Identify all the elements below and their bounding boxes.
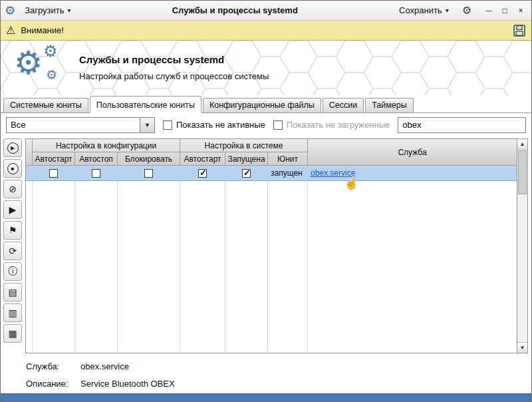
- refresh-button[interactable]: ⟳: [3, 242, 22, 260]
- window-controls: ─ □ ×: [482, 4, 527, 17]
- page-title: Службы и процессы systemd: [79, 54, 224, 65]
- block-checkbox[interactable]: [144, 169, 153, 178]
- combobox-arrow-button[interactable]: ▼: [140, 118, 154, 132]
- show-unloaded-checkbox[interactable]: Показать не загруженные: [273, 120, 390, 130]
- tab-timers[interactable]: Таймеры: [365, 98, 414, 112]
- hex-pattern-group: [1, 41, 531, 95]
- gear-icon: ⚙: [14, 47, 43, 79]
- header-running: Запущена: [225, 152, 268, 166]
- filter-combobox-value: Все: [7, 118, 140, 132]
- search-input[interactable]: [398, 117, 526, 133]
- table-row-selected[interactable]: запущен obex.service: [26, 166, 517, 181]
- info-button[interactable]: ⓘ: [3, 262, 22, 281]
- header-group-system: Настройка в системе: [180, 139, 308, 152]
- gear-icon: ⚙: [43, 43, 58, 59]
- autostop-cell: [75, 166, 118, 180]
- service-value: obex.service: [80, 361, 526, 371]
- play-circle-icon: ▶: [7, 142, 19, 154]
- unit-toolbar: ▶ ■ ⊘ ▶ ⚑ ⟳ ⓘ ▤ ▥ ▦: [3, 138, 25, 353]
- stop-circle-icon: ■: [7, 163, 19, 174]
- load-menu-label: Загрузить: [25, 5, 64, 15]
- unit-list-button[interactable]: ▦: [3, 324, 22, 343]
- chevron-down-icon: ▾: [68, 7, 71, 14]
- details-panel: Служба: obex.service Описание: Service B…: [1, 355, 531, 393]
- save-menu-label: Сохранить: [399, 5, 442, 15]
- filter-bar: Все ▼ Показать не активные Показать не з…: [1, 113, 531, 136]
- header-corner: [26, 139, 33, 166]
- gear-icon: ⚙: [462, 5, 471, 16]
- forbid-unit-button[interactable]: ⊘: [3, 180, 22, 198]
- scrollbar-track[interactable]: [517, 195, 527, 342]
- tab-bar: Системные юниты Пользовательские юниты К…: [1, 95, 531, 113]
- tab-sessions[interactable]: Сессии: [323, 98, 364, 112]
- document-icon: ▤: [8, 287, 17, 298]
- warning-icon: ⚠: [6, 24, 15, 37]
- header-group-config: Настройка в конфигурации: [33, 139, 180, 152]
- play-icon: ▶: [9, 204, 17, 215]
- autostart-cfg-checkbox[interactable]: [49, 169, 58, 178]
- show-inactive-label: Показать не активные: [176, 120, 265, 130]
- running-checkbox[interactable]: [242, 169, 251, 178]
- show-unloaded-label: Показать не загруженные: [287, 120, 390, 130]
- table-empty-area: [26, 181, 517, 353]
- header-autostart-sys: Автостарт: [180, 152, 225, 166]
- running-cell: [225, 166, 268, 180]
- scrollbar-thumb[interactable]: [518, 150, 527, 194]
- scroll-up-button[interactable]: ▲: [517, 139, 527, 150]
- checkbox-box: [163, 120, 172, 130]
- arrow-up-icon: ▲: [520, 141, 525, 147]
- flag-icon: ⚑: [9, 225, 17, 236]
- tab-config-files[interactable]: Конфигурационные файлы: [203, 98, 321, 112]
- warning-bar: ⚠ Внимание!: [1, 21, 531, 41]
- block-cell: [118, 166, 180, 180]
- filter-combobox[interactable]: Все ▼: [6, 117, 155, 133]
- save-menu-button[interactable]: Сохранить ▾: [394, 3, 454, 18]
- service-label: Служба:: [26, 361, 80, 371]
- header-autostop: Автостоп: [75, 152, 118, 166]
- tab-system-units[interactable]: Системные юниты: [3, 98, 88, 112]
- warning-text: Внимание!: [21, 25, 64, 35]
- unit-log-button[interactable]: ▤: [3, 283, 22, 302]
- service-cell: obex.service: [308, 166, 517, 180]
- gear-icon: ⚙: [46, 69, 57, 81]
- page-header: ⚙ ⚙ ⚙ Службы и процессы systemd Настройк…: [1, 41, 531, 95]
- tab-user-units[interactable]: Пользовательские юниты: [90, 96, 201, 113]
- description-value: Service Bluetooth OBEX: [80, 379, 526, 389]
- settings-gear-button[interactable]: ⚙: [458, 3, 475, 18]
- load-menu-button[interactable]: Загрузить ▾: [19, 3, 76, 18]
- app-gear-icon: ⚙: [5, 5, 15, 17]
- checkbox-box: [273, 120, 283, 130]
- unit-file-button[interactable]: ▥: [3, 303, 22, 322]
- app-window: ⚙ Загрузить ▾ Службы и процессы systemd …: [0, 0, 532, 402]
- autostart-sys-checkbox[interactable]: [198, 169, 207, 178]
- stop-unit-button[interactable]: ■: [3, 159, 22, 178]
- window-bottom-edge: [1, 393, 531, 401]
- autostop-checkbox[interactable]: [92, 169, 100, 178]
- app-logo: ⚙ ⚙ ⚙: [14, 45, 78, 93]
- row-gutter-cell: [26, 166, 33, 180]
- chevron-down-icon: ▾: [446, 7, 449, 14]
- vertical-scrollbar[interactable]: ▲ ▼: [517, 138, 528, 353]
- unit-state-cell: запущен: [268, 166, 308, 180]
- chevron-down-icon: ▼: [144, 122, 150, 128]
- forbid-icon: ⊘: [9, 184, 17, 194]
- close-button[interactable]: ×: [514, 4, 527, 17]
- hex-pattern: [1, 41, 531, 95]
- show-inactive-checkbox[interactable]: Показать не активные: [163, 120, 265, 130]
- table-header: Настройка в конфигурации Настройка в сис…: [26, 139, 517, 166]
- minimize-button[interactable]: ─: [482, 4, 495, 17]
- document-code-icon: ▥: [8, 307, 17, 318]
- units-table: Настройка в конфигурации Настройка в сис…: [25, 138, 517, 353]
- run-unit-button[interactable]: ▶: [3, 200, 22, 219]
- target-state-button[interactable]: ⚑: [3, 221, 22, 240]
- maximize-button[interactable]: □: [498, 4, 511, 17]
- titlebar: ⚙ Загрузить ▾ Службы и процессы systemd …: [1, 1, 531, 21]
- save-file-button[interactable]: [513, 24, 526, 37]
- autostart-cfg-cell: [33, 166, 75, 180]
- window-title: Службы и процессы systemd: [80, 5, 390, 15]
- list-icon: ▦: [8, 328, 17, 339]
- main-area: ▶ ■ ⊘ ▶ ⚑ ⟳ ⓘ ▤ ▥ ▦ Настройка в конфигур…: [1, 136, 531, 355]
- start-unit-button[interactable]: ▶: [3, 138, 22, 157]
- header-autostart-cfg: Автостарт: [33, 152, 75, 166]
- scroll-down-button[interactable]: ▼: [517, 342, 527, 353]
